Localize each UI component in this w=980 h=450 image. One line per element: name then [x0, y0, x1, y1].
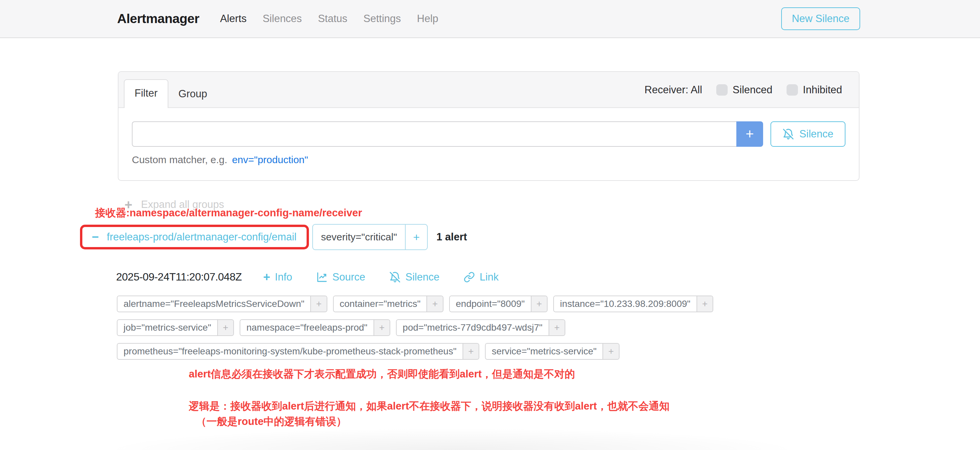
add-label-filter-button[interactable]: +	[531, 296, 547, 312]
nav-item[interactable]: Settings	[363, 13, 401, 25]
alert-label-pill: service="metrics-service" +	[485, 343, 619, 360]
nav-item[interactable]: Help	[417, 13, 439, 25]
collapse-group-icon[interactable]: −	[92, 231, 99, 243]
annotation-receiver-note: 接收器:namespace/altermanager-config-name/r…	[95, 206, 362, 220]
label-value: instance="10.233.98.209:8009"	[554, 296, 697, 312]
add-label-filter-button[interactable]: +	[697, 296, 713, 312]
nav-item[interactable]: Status	[318, 13, 347, 25]
add-label-filter-button[interactable]: +	[549, 320, 565, 335]
label-value: job="metrics-service"	[118, 320, 217, 335]
alert-count: 1 alert	[436, 231, 467, 243]
alert-silence-button[interactable]: Silence	[389, 271, 439, 283]
top-navbar: Alertmanager Alerts Silences Status Sett…	[0, 0, 980, 38]
filter-panel-body: + Silence Custom matcher, e.g.env="produ…	[118, 108, 859, 165]
matcher-input-group: +	[132, 121, 763, 147]
bell-slash-icon	[389, 271, 401, 283]
alert-generator-link[interactable]: Link	[463, 271, 499, 283]
hint-text: Custom matcher, e.g.	[132, 154, 227, 165]
label-value: alertname="FreeleapsMetricsServiceDown"	[118, 296, 310, 312]
filter-panel: Filter Group Receiver: All Silenced Inhi…	[118, 71, 859, 181]
alert-label-pill: pod="metrics-77d9cdb497-wdsj7" +	[396, 319, 565, 336]
group-matcher-label: severity="critical"	[313, 225, 406, 249]
label-value: namespace="freeleaps-prod"	[240, 320, 374, 335]
label-value: pod="metrics-77d9cdb497-wdsj7"	[397, 320, 549, 335]
bottom-shadow	[100, 428, 803, 450]
group-matcher-chip: severity="critical" +	[312, 224, 428, 250]
app-brand[interactable]: Alertmanager	[117, 11, 199, 26]
matcher-input[interactable]	[132, 121, 737, 147]
link-label: Link	[480, 271, 499, 283]
alert-label-pill: endpoint="8009" +	[449, 296, 547, 312]
alert-label-pill: job="metrics-service" +	[117, 319, 234, 336]
alert-label-pill: instance="10.233.98.209:8009" +	[553, 296, 713, 312]
annotation-note-3: （一般是route中的逻辑有错误）	[196, 415, 347, 429]
main-nav: Alerts Silences Status Settings Help	[220, 13, 781, 25]
silence-label: Silence	[405, 271, 439, 283]
silenced-label: Silenced	[733, 84, 773, 96]
tab-group[interactable]: Group	[169, 81, 217, 107]
hint-example-link[interactable]: env="production"	[232, 154, 308, 165]
add-label-filter-button[interactable]: +	[603, 344, 619, 359]
add-label-filter-button[interactable]: +	[374, 320, 390, 335]
filter-options: Receiver: All Silenced Inhibited	[644, 72, 842, 108]
info-label: Info	[275, 271, 292, 283]
silence-filter-button[interactable]: Silence	[770, 121, 845, 147]
silenced-checkbox-group[interactable]: Silenced	[716, 84, 773, 96]
nav-item[interactable]: Silences	[263, 13, 302, 25]
plus-icon: +	[263, 271, 270, 283]
add-matcher-button[interactable]: +	[737, 121, 763, 147]
annotation-highlight-box: − freeleaps-prod/alertmanager-config/ema…	[80, 225, 309, 249]
source-label: Source	[332, 271, 365, 283]
alert-header-row: 2025-09-24T11:20:07.048Z + Info Source S…	[116, 271, 523, 283]
silenced-checkbox[interactable]	[716, 84, 728, 96]
alert-label-pill: prometheus="freeleaps-monitoring-system/…	[117, 343, 479, 360]
silence-filter-label: Silence	[799, 128, 834, 140]
annotation-note-2: 逻辑是：接收器收到alert后进行通知，如果alert不在接收器下，说明接收器没…	[189, 399, 670, 413]
label-value: container="metrics"	[334, 296, 427, 312]
group-receiver-link[interactable]: freeleaps-prod/alertmanager-config/email	[107, 231, 296, 243]
nav-item[interactable]: Alerts	[220, 13, 247, 25]
alert-label-pill: alertname="FreeleapsMetricsServiceDown" …	[117, 296, 327, 312]
bell-slash-icon	[783, 128, 794, 140]
receiver-filter[interactable]: Receiver: All	[644, 84, 702, 96]
chart-line-icon	[316, 271, 328, 283]
alert-source-link[interactable]: Source	[316, 271, 365, 283]
label-value: service="metrics-service"	[486, 344, 603, 359]
matcher-hint: Custom matcher, e.g.env="production"	[132, 154, 845, 165]
annotation-note-1: alert信息必须在接收器下才表示配置成功，否则即使能看到alert，但是通知是…	[189, 367, 575, 381]
label-value: endpoint="8009"	[450, 296, 531, 312]
add-label-filter-button[interactable]: +	[217, 320, 233, 335]
filter-panel-header: Filter Group Receiver: All Silenced Inhi…	[118, 72, 859, 108]
alert-label-pill: namespace="freeleaps-prod" +	[240, 319, 390, 336]
inhibited-checkbox-group[interactable]: Inhibited	[786, 84, 842, 96]
alert-timestamp: 2025-09-24T11:20:07.048Z	[116, 271, 242, 283]
group-matcher-add-button[interactable]: +	[406, 225, 427, 249]
alert-labels: alertname="FreeleapsMetricsServiceDown" …	[117, 296, 749, 360]
label-value: prometheus="freeleaps-monitoring-system/…	[118, 344, 463, 359]
inhibited-checkbox[interactable]	[786, 84, 798, 96]
add-label-filter-button[interactable]: +	[463, 344, 479, 359]
tab-filter[interactable]: Filter	[124, 79, 169, 108]
alert-info-button[interactable]: + Info	[263, 271, 292, 283]
inhibited-label: Inhibited	[803, 84, 842, 96]
alert-group-row: − freeleaps-prod/alertmanager-config/ema…	[80, 224, 467, 250]
link-icon	[463, 271, 475, 283]
add-label-filter-button[interactable]: +	[426, 296, 442, 312]
new-silence-button[interactable]: New Silence	[781, 7, 860, 30]
alert-label-pill: container="metrics" +	[333, 296, 444, 312]
add-label-filter-button[interactable]: +	[310, 296, 326, 312]
